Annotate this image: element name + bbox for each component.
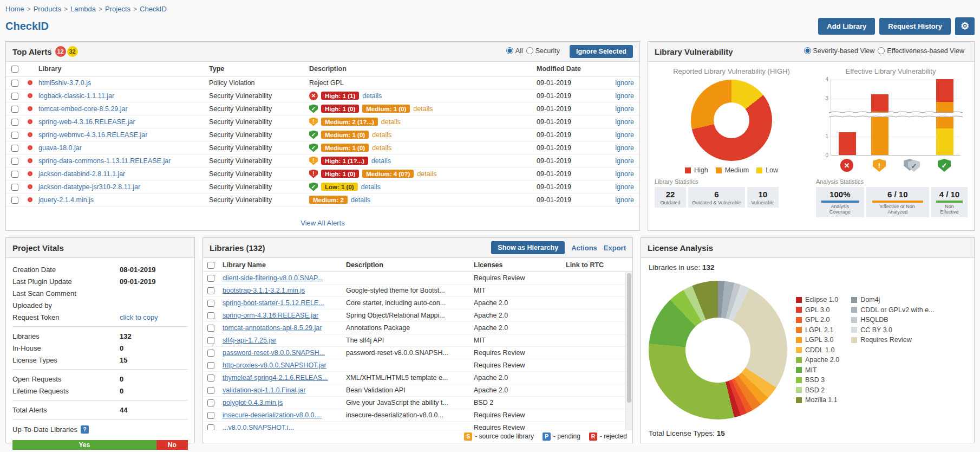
alerts-filter-radio[interactable] — [506, 47, 513, 54]
libraries-panel: Libraries (132) Show as Hierarchy Action… — [202, 237, 633, 443]
help-icon[interactable]: ? — [81, 425, 89, 434]
ignore-link[interactable]: ignore — [615, 144, 634, 152]
library-name-link[interactable]: http-proxies-v8.0.0.SNAPSHOT.jar — [223, 361, 326, 369]
ignore-link[interactable]: ignore — [615, 131, 634, 139]
alert-row-checkbox[interactable] — [11, 197, 18, 204]
request-token-copy-link[interactable]: click to copy — [120, 313, 158, 321]
ignore-link[interactable]: ignore — [615, 105, 634, 113]
show-as-hierarchy-button[interactable]: Show as Hierarchy — [491, 241, 565, 254]
alert-count-badge-red: 12 — [55, 46, 66, 57]
breadcrumb-link-products[interactable]: Products — [34, 5, 61, 13]
alert-library-link[interactable]: html5shiv-3.7.0.js — [38, 79, 91, 87]
alert-library-link[interactable]: spring-webmvc-4.3.16.RELEASE.jar — [38, 131, 147, 139]
library-name-link[interactable]: polyglot-0.4.3.min.js — [223, 399, 283, 406]
alert-row-checkbox[interactable] — [11, 171, 18, 178]
library-row-checkbox[interactable] — [207, 399, 214, 406]
alert-library-link[interactable]: jackson-datatype-jsr310-2.8.11.jar — [38, 183, 140, 191]
library-name-link[interactable]: validation-api-1.1.0.Final.jar — [223, 386, 306, 394]
library-row-checkbox[interactable] — [207, 362, 214, 369]
library-row-checkbox[interactable] — [207, 312, 214, 319]
alert-row-checkbox[interactable] — [11, 119, 18, 126]
alert-row-checkbox[interactable] — [11, 145, 18, 152]
library-row-checkbox[interactable] — [207, 287, 214, 294]
select-all-libraries-checkbox[interactable] — [207, 262, 214, 269]
scrollbar-track[interactable] — [625, 272, 632, 430]
breadcrumb-link-lambda[interactable]: Lambda — [70, 5, 96, 13]
library-name-link[interactable]: tomcat-annotations-api-8.5.29.jar — [223, 324, 322, 332]
request-history-button[interactable]: Request History — [879, 18, 951, 35]
alert-row-checkbox[interactable] — [11, 158, 18, 165]
scrollbar-thumb[interactable] — [627, 273, 631, 403]
alert-row-checkbox[interactable] — [11, 80, 18, 87]
library-row-checkbox[interactable] — [207, 325, 214, 332]
vulnerability-view-radio[interactable] — [878, 47, 885, 54]
breadcrumb-link-projects[interactable]: Projects — [105, 5, 130, 13]
details-link[interactable]: details — [361, 183, 381, 191]
library-name-link[interactable]: thymeleaf-spring4-2.1.6.RELEAS... — [223, 374, 328, 382]
library-row-checkbox[interactable] — [207, 412, 214, 419]
alert-library-link[interactable]: jquery-2.1.4.min.js — [38, 196, 94, 204]
details-link[interactable]: details — [372, 131, 391, 139]
column-licenses: Licenses — [474, 261, 566, 269]
library-row: thymeleaf-spring4-2.1.6.RELEAS...XML/XHT… — [203, 372, 632, 384]
details-link[interactable]: details — [371, 157, 391, 165]
library-row-checkbox[interactable] — [207, 424, 214, 430]
ignore-link[interactable]: ignore — [615, 183, 634, 191]
ignore-selected-button[interactable]: Ignore Selected — [570, 45, 633, 58]
ignore-link[interactable]: ignore — [615, 118, 634, 126]
vulnerability-view-option[interactable]: Effectiveness-based View — [878, 47, 964, 55]
view-all-alerts-link[interactable]: View All Alerts — [300, 219, 344, 227]
breadcrumb-link-checkid[interactable]: CheckID — [140, 5, 167, 13]
analysis-statistics-boxes: 100%Analysis Coverage6 / 10Effective or … — [816, 187, 968, 217]
ignore-link[interactable]: ignore — [615, 92, 634, 100]
vulnerability-view-option[interactable]: Severity-based View — [804, 47, 875, 55]
library-row-checkbox[interactable] — [207, 387, 214, 394]
library-row-checkbox[interactable] — [207, 337, 214, 344]
alert-row-checkbox[interactable] — [11, 106, 18, 113]
library-name-link[interactable]: slf4j-api-1.7.25.jar — [223, 337, 276, 344]
library-name-link[interactable]: password-reset-v8.0.0.SNAPSH... — [223, 349, 325, 357]
alerts-filter-option[interactable]: Security — [526, 47, 560, 55]
ignore-link[interactable]: ignore — [615, 157, 634, 165]
ignore-link[interactable]: ignore — [615, 170, 634, 178]
details-link[interactable]: details — [372, 144, 391, 152]
export-link[interactable]: Export — [604, 244, 626, 252]
actions-link[interactable]: Actions — [571, 244, 597, 252]
alert-library-link[interactable]: spring-data-commons-1.13.11.RELEASE.jar — [38, 157, 171, 165]
library-row-checkbox[interactable] — [207, 374, 214, 382]
library-name-link[interactable]: spring-boot-starter-1.5.12.RELE... — [223, 299, 324, 307]
alert-row-checkbox[interactable] — [11, 184, 18, 191]
add-library-button[interactable]: Add Library — [818, 18, 875, 35]
library-row-checkbox[interactable] — [207, 275, 214, 282]
library-name-link[interactable]: ...v8.0.0.SNAPSHOT.j... — [223, 424, 294, 430]
ignore-link[interactable]: ignore — [615, 196, 634, 204]
library-name-link[interactable]: client-side-filtering-v8.0.0.SNAP... — [223, 274, 323, 282]
ignore-link[interactable]: ignore — [615, 79, 634, 87]
library-row-checkbox[interactable] — [207, 300, 214, 307]
alert-library-link[interactable]: spring-web-4.3.16.RELEASE.jar — [38, 118, 135, 126]
select-all-alerts-checkbox[interactable] — [11, 66, 18, 73]
details-link[interactable]: details — [413, 105, 433, 113]
details-link[interactable]: details — [351, 196, 370, 204]
library-name-link[interactable]: insecure-deserialization-v8.0.0.... — [223, 411, 322, 419]
details-link[interactable]: details — [417, 170, 436, 178]
settings-gear-button[interactable]: ⚙ — [955, 17, 975, 35]
alert-library-link[interactable]: tomcat-embed-core-8.5.29.jar — [38, 105, 128, 113]
alert-row-checkbox[interactable] — [11, 93, 18, 100]
alert-library-link[interactable]: guava-18.0.jar — [38, 144, 82, 152]
breadcrumb-link-home[interactable]: Home — [5, 5, 24, 13]
details-link[interactable]: details — [362, 92, 382, 100]
vulnerability-view-radio[interactable] — [804, 47, 811, 54]
library-name-link[interactable]: bootstrap-3.1.1-3.2.1.min.js — [223, 287, 305, 294]
alerts-filter-option[interactable]: All — [506, 47, 523, 55]
alert-library-link[interactable]: jackson-databind-2.8.11.1.jar — [38, 170, 125, 178]
alert-row-checkbox[interactable] — [11, 132, 18, 139]
alerts-filter-radio[interactable] — [526, 47, 533, 54]
library-row-checkbox[interactable] — [207, 350, 214, 357]
details-link[interactable]: details — [381, 118, 401, 126]
library-name-link[interactable]: spring-orm-4.3.16.RELEASE.jar — [223, 312, 318, 319]
alert-library-link[interactable]: logback-classic-1.1.11.jar — [38, 92, 114, 100]
alert-type: Security Vulnerability — [209, 157, 309, 165]
library-license: MIT — [474, 337, 566, 344]
license-analysis-title: License Analysis — [648, 243, 713, 253]
